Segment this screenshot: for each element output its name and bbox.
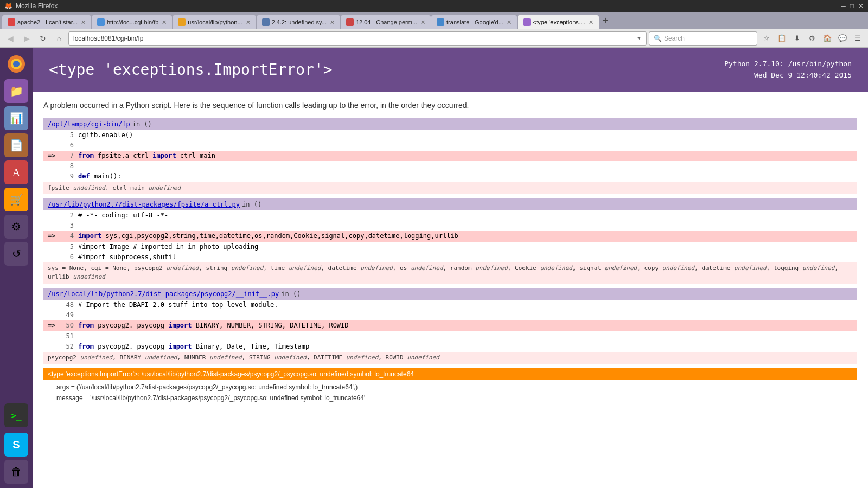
window-maximize[interactable]: □ bbox=[850, 2, 854, 10]
tab-python[interactable]: usr/local/lib/python... ✕ bbox=[173, 15, 256, 29]
sidebar-icon-skype[interactable]: S bbox=[4, 433, 28, 457]
code-section-2: /usr/lib/python2.7/dist-packages/fpsite/… bbox=[43, 198, 857, 284]
address-dropdown-arrow[interactable]: ▼ bbox=[636, 35, 642, 41]
tab-exceptions[interactable]: <type 'exceptions.... ✕ bbox=[518, 15, 599, 29]
file-link-row-1: /opt/lampp/cgi-bin/fp in () bbox=[43, 118, 857, 130]
window-close[interactable]: ✕ bbox=[858, 2, 864, 10]
tab-close-t2[interactable]: ✕ bbox=[162, 19, 167, 26]
tab-favicon-t5 bbox=[346, 18, 354, 26]
arrow bbox=[48, 300, 61, 310]
file-suffix-3: in () bbox=[281, 290, 301, 298]
line-num: 51 bbox=[61, 331, 74, 342]
new-tab-button[interactable]: + bbox=[599, 15, 612, 27]
main-layout: 📁 📊 📄 A 🛒 ⚙ ↺ >_ S 🗑 bbox=[0, 48, 868, 488]
window-minimize[interactable]: ─ bbox=[841, 2, 846, 10]
file-link-row-3: /usr/local/lib/python2.7/dist-packages/p… bbox=[43, 288, 857, 300]
line-num: 50 bbox=[61, 320, 74, 331]
tab-close-t7[interactable]: ✕ bbox=[589, 19, 593, 26]
settings-icon: ⚙ bbox=[11, 220, 21, 233]
tab-chmod[interactable]: 12.04 - Change perm... ✕ bbox=[341, 15, 431, 29]
search-bar[interactable]: 🔍 Search bbox=[649, 31, 757, 46]
arrow bbox=[48, 342, 61, 352]
undefined-row-3: psycopg2 undefined, BINARY undefined, NU… bbox=[43, 352, 857, 364]
home-button[interactable]: ⌂ bbox=[52, 31, 66, 46]
arrow bbox=[48, 242, 61, 252]
forward-button[interactable]: ▶ bbox=[20, 31, 34, 46]
exception-message-line: message = '/usr/local/lib/python2.7/dist… bbox=[56, 393, 853, 403]
code-line: 5 cgitb.enable() bbox=[43, 130, 857, 140]
sidebar-icon-spreadsheet[interactable]: 📊 bbox=[4, 106, 28, 130]
browser-icon: 🦊 bbox=[4, 2, 12, 10]
spreadsheet-icon: 📊 bbox=[10, 112, 23, 125]
line-num: 5 bbox=[61, 242, 74, 252]
tab-close-t6[interactable]: ✕ bbox=[507, 19, 512, 26]
tab-close-t4[interactable]: ✕ bbox=[330, 19, 335, 26]
sidebar-icon-terminal[interactable]: >_ bbox=[4, 403, 28, 427]
arrow: => bbox=[48, 231, 61, 241]
tab-close-t1[interactable]: ✕ bbox=[81, 19, 86, 26]
arrow bbox=[48, 210, 61, 221]
svg-point-2 bbox=[13, 61, 20, 67]
back-button[interactable]: ◀ bbox=[3, 31, 17, 46]
code-line: 8 bbox=[43, 161, 857, 171]
file-link-2[interactable]: /usr/lib/python2.7/dist-packages/fpsite/… bbox=[48, 201, 240, 208]
tab-close-t3[interactable]: ✕ bbox=[246, 19, 251, 26]
sidebar-icon-docs[interactable]: 📄 bbox=[4, 133, 28, 157]
home-nav-button[interactable]: 🏠 bbox=[820, 31, 834, 46]
tab-close-t5[interactable]: ✕ bbox=[420, 19, 425, 26]
bookmark-list-button[interactable]: 📋 bbox=[775, 31, 789, 46]
tab-favicon-t7 bbox=[523, 18, 531, 26]
chat-button[interactable]: 💬 bbox=[835, 31, 850, 46]
tab-favicon-t2 bbox=[97, 18, 105, 26]
tab-fp[interactable]: http://loc...cgi-bin/fp ✕ bbox=[92, 15, 172, 29]
code-line-highlighted: => 4 import sys,cgi,psycopg2,string,time… bbox=[43, 231, 857, 241]
line-content bbox=[78, 161, 853, 171]
sidebar-icon-settings[interactable]: ⚙ bbox=[4, 215, 28, 239]
error-date: Wed Dec 9 12:40:42 2015 bbox=[724, 70, 852, 81]
sidebar-icon-amazon[interactable]: 🛒 bbox=[4, 188, 28, 211]
exception-args-line: args = ('/usr/local/lib/python2.7/dist-p… bbox=[56, 382, 853, 393]
line-num: 6 bbox=[61, 140, 74, 151]
sidebar-icon-trash[interactable]: 🗑 bbox=[4, 460, 28, 484]
line-num: 9 bbox=[61, 171, 74, 182]
code-line: 6 bbox=[43, 140, 857, 151]
code-line-highlighted: => 7 from fpsite.a_ctrl import ctrl_main bbox=[43, 151, 857, 161]
line-content: cgitb.enable() bbox=[78, 130, 853, 140]
line-content bbox=[78, 310, 853, 320]
update-icon: ↺ bbox=[12, 247, 21, 260]
tab-undefined[interactable]: 2.4.2: undefined sy... ✕ bbox=[257, 15, 340, 29]
line-content bbox=[78, 140, 853, 151]
sidebar-icon-update[interactable]: ↺ bbox=[4, 242, 28, 266]
sidebar-icon-firefox[interactable] bbox=[4, 52, 28, 76]
code-line: 3 bbox=[43, 221, 857, 231]
line-num: 8 bbox=[61, 161, 74, 171]
apps-button[interactable]: ☰ bbox=[851, 31, 865, 46]
address-bar[interactable]: localhost:8081/cgi-bin/fp ▼ bbox=[68, 31, 647, 46]
line-num: 2 bbox=[61, 210, 74, 221]
line-content: from psycopg2._psycopg import BINARY, NU… bbox=[78, 320, 853, 331]
search-placeholder: Search bbox=[664, 35, 685, 42]
undefined-row-2: sys = None, cgi = None, psycopg2 undefin… bbox=[43, 262, 857, 284]
bookmark-star-button[interactable]: ☆ bbox=[760, 31, 774, 46]
download-button[interactable]: ⬇ bbox=[790, 31, 804, 46]
code-line: 9 def main(): bbox=[43, 171, 857, 182]
tab-apache2[interactable]: apache2 - I can't star... ✕ bbox=[2, 15, 91, 29]
tab-bar: apache2 - I can't star... ✕ http://loc..… bbox=[0, 12, 868, 29]
code-line: 49 bbox=[43, 310, 857, 320]
code-section-3: /usr/local/lib/python2.7/dist-packages/p… bbox=[43, 288, 857, 364]
sidebar-icon-files[interactable]: 📁 bbox=[4, 79, 28, 103]
terminal-icon: >_ bbox=[11, 410, 21, 421]
more-tools-button[interactable]: ⚙ bbox=[805, 31, 819, 46]
file-link-row-2: /usr/lib/python2.7/dist-packages/fpsite/… bbox=[43, 198, 857, 210]
exception-type-link[interactable]: <type 'exceptions.ImportError'> bbox=[48, 370, 138, 378]
line-content: # -*- coding: utf-8 -*- bbox=[78, 210, 853, 221]
arrow: => bbox=[48, 151, 61, 161]
tab-favicon-t3 bbox=[178, 18, 186, 26]
file-link-1[interactable]: /opt/lampp/cgi-bin/fp bbox=[48, 120, 130, 128]
undefined-row-1: fpsite undefined, ctrl_main undefined bbox=[43, 182, 857, 195]
line-content bbox=[78, 221, 853, 231]
reload-button[interactable]: ↻ bbox=[36, 31, 50, 46]
file-link-3[interactable]: /usr/local/lib/python2.7/dist-packages/p… bbox=[48, 290, 279, 298]
sidebar-icon-text[interactable]: A bbox=[4, 160, 28, 184]
tab-translate[interactable]: translate - Google'd... ✕ bbox=[431, 15, 517, 29]
